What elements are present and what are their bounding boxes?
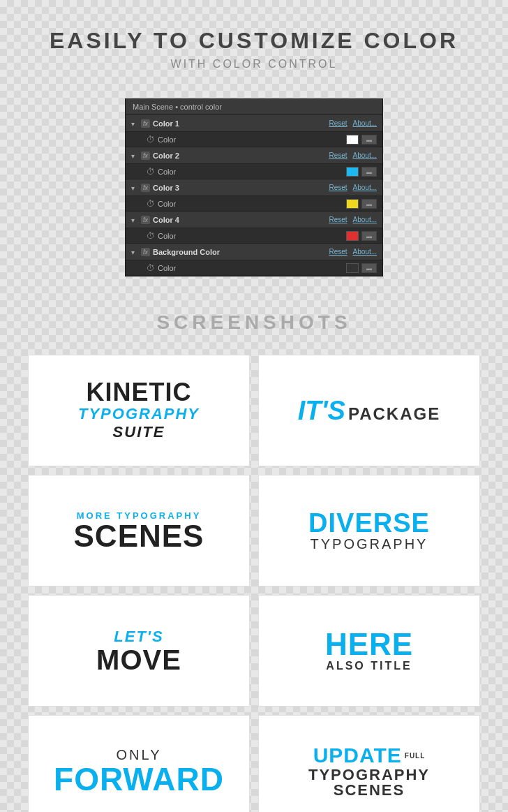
color1-btn[interactable]: ▬ (361, 135, 377, 145)
color2-swatch-label: Color (158, 168, 346, 176)
color2-swatch[interactable] (346, 167, 359, 177)
color4-swatch[interactable] (346, 231, 359, 241)
color3-swatch-label: Color (158, 200, 346, 208)
sub-title: WITH COLOR CONTROL (14, 58, 494, 71)
color2-about[interactable]: About... (353, 152, 377, 159)
color2-reset[interactable]: Reset (329, 152, 347, 159)
color3-swatch[interactable] (346, 199, 359, 209)
card-more-scenes: MORE TYPOGRAPHY SCENES (28, 475, 250, 586)
card6-also-title: ALSO TITLE (326, 660, 412, 672)
color2-swatch-row: ⏱ Color ▬ (126, 164, 382, 179)
expand-icon[interactable]: ▾ (131, 152, 138, 159)
card-lets-move: LET'S MOVE (28, 595, 250, 707)
color1-swatch[interactable] (346, 135, 359, 145)
card4-typography: TYPOGRAPHY (311, 536, 428, 552)
color2-row: ▾ fx Color 2 Reset About... (126, 147, 382, 164)
expand-icon[interactable]: ▾ (131, 184, 138, 191)
clock-icon: ⏱ (147, 135, 155, 145)
card-its-package: IT'S PACKAGE (258, 355, 480, 466)
card8-update: UPDATE (313, 744, 402, 767)
clock-icon: ⏱ (147, 231, 155, 241)
color3-about[interactable]: About... (353, 184, 377, 191)
bgcolor-swatch-row: ⏱ Color ▬ (126, 260, 382, 276)
card-diverse: DIVERSE TYPOGRAPHY (258, 475, 480, 586)
color1-about[interactable]: About... (353, 119, 377, 127)
bgcolor-label: Background Color (153, 248, 329, 256)
clock-icon: ⏱ (147, 167, 155, 177)
card-kinetic: KINETIC TYPOGRAPHY SUITE (28, 355, 250, 466)
card5-move: MOVE (96, 646, 181, 674)
expand-icon[interactable]: ▾ (131, 120, 138, 127)
fx-badge: fx (141, 248, 150, 256)
card-here: HERE ALSO TITLE (258, 595, 480, 707)
color3-row: ▾ fx Color 3 Reset About... (126, 179, 382, 196)
card1-typography: TYPOGRAPHY (78, 405, 200, 423)
color-control-panel: Main Scene • control color ▾ fx Color 1 … (125, 98, 383, 276)
color3-btn[interactable]: ▬ (361, 199, 377, 209)
card8-update-row: UPDATE FULL (313, 744, 426, 767)
card2-its: IT'S (298, 396, 345, 426)
card-update: UPDATE FULL TYPOGRAPHY SCENES (258, 715, 480, 812)
color1-reset[interactable]: Reset (329, 119, 347, 127)
header-section: EASILY TO CUSTOMIZE COLOR WITH COLOR CON… (0, 0, 508, 91)
bgcolor-reset[interactable]: Reset (329, 248, 347, 256)
bgcolor-swatch-label: Color (158, 264, 346, 272)
card7-forward: FORWARD (54, 763, 224, 795)
color2-btn[interactable]: ▬ (361, 167, 377, 177)
fx-badge: fx (141, 216, 150, 224)
card2-package: PACKAGE (348, 404, 440, 424)
color3-reset[interactable]: Reset (329, 184, 347, 191)
color4-swatch-label: Color (158, 232, 346, 240)
fx-badge: fx (141, 152, 150, 160)
color4-reset[interactable]: Reset (329, 216, 347, 223)
color4-row: ▾ fx Color 4 Reset About... (126, 212, 382, 228)
expand-icon[interactable]: ▾ (131, 216, 138, 223)
main-title: EASILY TO CUSTOMIZE COLOR (14, 28, 494, 54)
color1-row: ▾ fx Color 1 Reset About... (126, 115, 382, 132)
screenshots-grid: KINETIC TYPOGRAPHY SUITE IT'S PACKAGE MO… (28, 355, 480, 812)
fx-badge: fx (141, 119, 150, 128)
bgcolor-btn[interactable]: ▬ (361, 263, 377, 273)
color4-btn[interactable]: ▬ (361, 231, 377, 241)
screenshots-title: SCREENSHOTS (0, 311, 508, 334)
card5-lets: LET'S (114, 628, 163, 646)
card8-full: FULL (405, 752, 426, 760)
card2-content: IT'S PACKAGE (298, 396, 440, 426)
clock-icon: ⏱ (147, 263, 155, 273)
panel-header: Main Scene • control color (126, 99, 382, 115)
color1-swatch-row: ⏱ Color ▬ (126, 132, 382, 147)
bgcolor-about[interactable]: About... (353, 248, 377, 256)
card8-typography: TYPOGRAPHY (308, 767, 430, 783)
card4-diverse: DIVERSE (308, 510, 430, 536)
fx-badge: fx (141, 184, 150, 192)
color1-swatch-label: Color (158, 135, 346, 144)
color4-swatch-row: ⏱ Color ▬ (126, 228, 382, 244)
card1-suite: SUITE (113, 423, 165, 441)
card1-kinetic: KINETIC (87, 380, 192, 405)
bgcolor-swatch[interactable] (346, 263, 359, 273)
color3-swatch-row: ⏱ Color ▬ (126, 196, 382, 212)
card-forward: ONLY FORWARD (28, 715, 250, 812)
color2-label: Color 2 (153, 152, 329, 160)
card3-scenes: SCENES (74, 521, 204, 552)
color4-label: Color 4 (153, 216, 329, 224)
expand-icon[interactable]: ▾ (131, 249, 138, 256)
card6-here: HERE (325, 629, 413, 660)
card8-scenes: SCENES (334, 783, 405, 798)
clock-icon: ⏱ (147, 199, 155, 209)
screenshots-section: SCREENSHOTS (0, 297, 508, 341)
color1-label: Color 1 (153, 119, 329, 128)
color3-label: Color 3 (153, 184, 329, 192)
bgcolor-row: ▾ fx Background Color Reset About... (126, 244, 382, 260)
color4-about[interactable]: About... (353, 216, 377, 223)
